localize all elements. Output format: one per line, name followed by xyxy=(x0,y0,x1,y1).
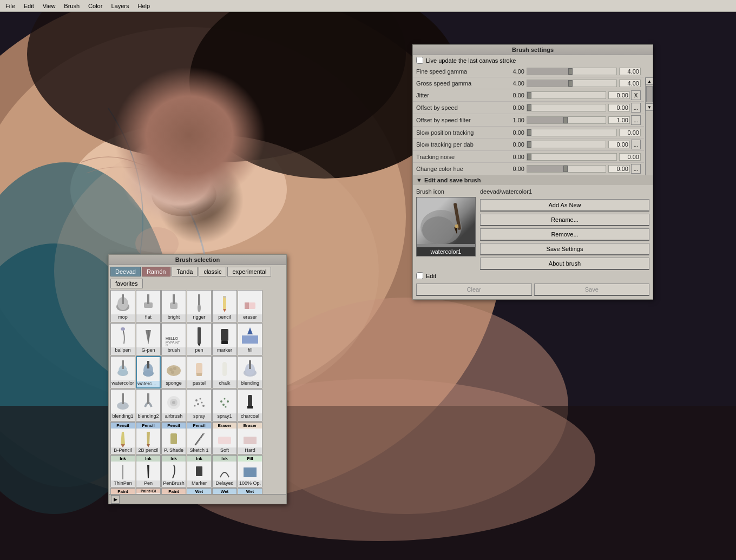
tab-tanda[interactable]: Tanda xyxy=(172,267,198,276)
brush-fill-label: fill xyxy=(238,347,262,354)
setting-slow-position-slider[interactable] xyxy=(527,129,617,136)
scrollbar-down[interactable]: ▼ xyxy=(646,103,653,111)
brush-eraser-hard[interactable]: Eraser Hard xyxy=(238,422,262,454)
brush-bright[interactable]: bright xyxy=(161,290,186,322)
brush-pshade-thumb xyxy=(162,429,186,447)
setting-jitter-btn[interactable]: X xyxy=(631,90,641,100)
svg-marker-76 xyxy=(121,444,125,447)
brush-pen[interactable]: pen xyxy=(187,323,212,355)
brush-direction[interactable]: Wet Direction xyxy=(238,488,262,494)
brush-sketch1[interactable]: Pencil Sketch 1 xyxy=(187,422,212,454)
brush-fill[interactable]: fill xyxy=(238,323,262,355)
setting-jitter-slider[interactable] xyxy=(527,91,606,99)
brush-eraser-soft[interactable]: Eraser Soft xyxy=(212,422,237,454)
svg-point-73 xyxy=(225,406,227,408)
brush-blending[interactable]: blending xyxy=(238,356,262,388)
brush-pshade[interactable]: Pencil P. Shade xyxy=(161,422,186,454)
svg-rect-21 xyxy=(147,294,149,304)
collapse-arrow[interactable]: ▼ xyxy=(416,177,422,183)
menu-file[interactable]: File xyxy=(1,2,19,10)
scrollbar-up[interactable]: ▲ xyxy=(646,77,653,85)
add-as-new-button[interactable]: Add As New xyxy=(480,199,649,212)
tab-classic[interactable]: classic xyxy=(199,267,226,276)
brush-brush[interactable]: HELLO MYPAINT ///... brush xyxy=(161,323,186,355)
brush-watercolor1[interactable]: watercolor1 xyxy=(136,356,161,388)
setting-fine-speed-label: Fine speed gamma xyxy=(416,68,503,75)
brush-marker2[interactable]: Ink Marker xyxy=(187,455,212,487)
menu-brush[interactable]: Brush xyxy=(60,2,84,10)
brush-flat[interactable]: flat xyxy=(136,290,161,322)
svg-rect-40 xyxy=(242,335,258,344)
setting-offset-speed-filter: Offset by speed filter 1.00 1.00 ... xyxy=(413,114,644,127)
brush-ballpen[interactable]: ballpen xyxy=(110,323,135,355)
tab-favorites[interactable]: favorites xyxy=(110,279,143,288)
menu-color[interactable]: Color xyxy=(84,2,107,10)
brush-wet-round[interactable]: Wet Round xyxy=(212,488,237,494)
brush-rs-blend[interactable]: Wet R-S blend xyxy=(187,488,212,494)
rename-button[interactable]: Rename... xyxy=(480,214,649,226)
live-update-checkbox[interactable] xyxy=(416,57,423,64)
brush-sponge[interactable]: sponge xyxy=(161,356,186,388)
tab-ramon[interactable]: Ramón xyxy=(142,267,170,276)
setting-tracking-noise-slider[interactable] xyxy=(527,153,617,161)
brush-round-bl[interactable]: Paint+Bl Round Bl. xyxy=(136,488,161,494)
menu-help[interactable]: Help xyxy=(133,2,154,10)
edit-checkbox[interactable] xyxy=(416,272,423,279)
brush-2bpencil-header: Pencil xyxy=(136,423,160,429)
menu-layers[interactable]: Layers xyxy=(107,2,133,10)
svg-line-80 xyxy=(196,433,205,445)
brush-pencil[interactable]: pencil xyxy=(212,290,237,322)
scrollbar-thumb[interactable] xyxy=(646,86,653,102)
setting-offset-speed-btn[interactable]: ... xyxy=(631,103,641,113)
brush-rs-blend-header: Wet xyxy=(187,489,211,494)
brush-marker[interactable]: marker xyxy=(212,323,237,355)
brush-watercolor1-label: watercolor1 xyxy=(137,381,160,387)
brush-round[interactable]: Paint Round xyxy=(110,488,135,494)
setting-slow-tracking-dab-slider[interactable] xyxy=(527,141,606,148)
scroll-right-arrow[interactable]: ▶ xyxy=(111,495,120,504)
setting-offset-speed-filter-slider[interactable] xyxy=(527,116,606,124)
brush-charcoal[interactable]: charcoal xyxy=(238,389,262,421)
svg-rect-59 xyxy=(147,393,149,404)
setting-fine-speed-slider[interactable] xyxy=(527,68,617,75)
brush-spray1[interactable]: spray1 xyxy=(212,389,237,421)
brush-chalk[interactable]: chalk xyxy=(212,356,237,388)
brush-blending1[interactable]: blending1 xyxy=(110,389,135,421)
setting-offset-speed-filter-btn[interactable]: ... xyxy=(631,115,641,125)
brush-airbrush[interactable]: airbrush xyxy=(161,389,186,421)
setting-slow-tracking-dab-btn[interactable]: ... xyxy=(631,140,641,149)
brush-penbrush[interactable]: Ink PenBrush xyxy=(161,455,186,487)
remove-button[interactable]: Remove... xyxy=(480,228,649,241)
brush-rigger[interactable]: rigger xyxy=(187,290,212,322)
save-button[interactable]: Save xyxy=(534,284,650,296)
brush-pastel[interactable]: pastel xyxy=(187,356,212,388)
about-brush-button[interactable]: About brush xyxy=(480,258,649,270)
tab-experimental[interactable]: experimental xyxy=(227,267,271,276)
clear-button[interactable]: Clear xyxy=(416,284,532,296)
save-settings-button[interactable]: Save Settings xyxy=(480,243,649,255)
brush-bpencil[interactable]: Pencil B-Pencil xyxy=(110,422,135,454)
brush-blending2[interactable]: blending2 xyxy=(136,389,161,421)
brush-100op[interactable]: Fill 100% Op. xyxy=(238,455,262,487)
brush-2bpencil[interactable]: Pencil 2B pencil xyxy=(136,422,161,454)
brush-mop[interactable]: mop xyxy=(110,290,135,322)
brush-spray[interactable]: spray xyxy=(187,389,212,421)
brush-spray-label: spray xyxy=(187,413,211,420)
svg-point-5 xyxy=(165,180,203,210)
brush-eraser[interactable]: eraser xyxy=(238,290,262,322)
setting-change-hue-btn[interactable]: ... xyxy=(631,164,641,174)
brush-delayed[interactable]: Ink Delayed xyxy=(212,455,237,487)
brush-watercolor[interactable]: watercolor xyxy=(110,356,135,388)
setting-offset-speed-slider[interactable] xyxy=(527,104,606,111)
brush-thinpen[interactable]: Ink ThinPen xyxy=(110,455,135,487)
tab-deevad[interactable]: Deevad xyxy=(110,267,141,276)
brush-gpen[interactable]: G-pen xyxy=(136,323,161,355)
brush-big-airbrush[interactable]: Paint Big AirBr. xyxy=(161,488,186,494)
menu-view[interactable]: View xyxy=(38,2,60,10)
setting-gross-speed-slider[interactable] xyxy=(527,80,617,87)
brush-delayed-header: Ink xyxy=(213,456,236,462)
brush-ink-pen[interactable]: Ink Pen xyxy=(136,455,161,487)
menu-edit[interactable]: Edit xyxy=(19,2,38,10)
brush-pastel-thumb xyxy=(187,357,211,380)
setting-change-hue-slider[interactable] xyxy=(527,165,606,173)
